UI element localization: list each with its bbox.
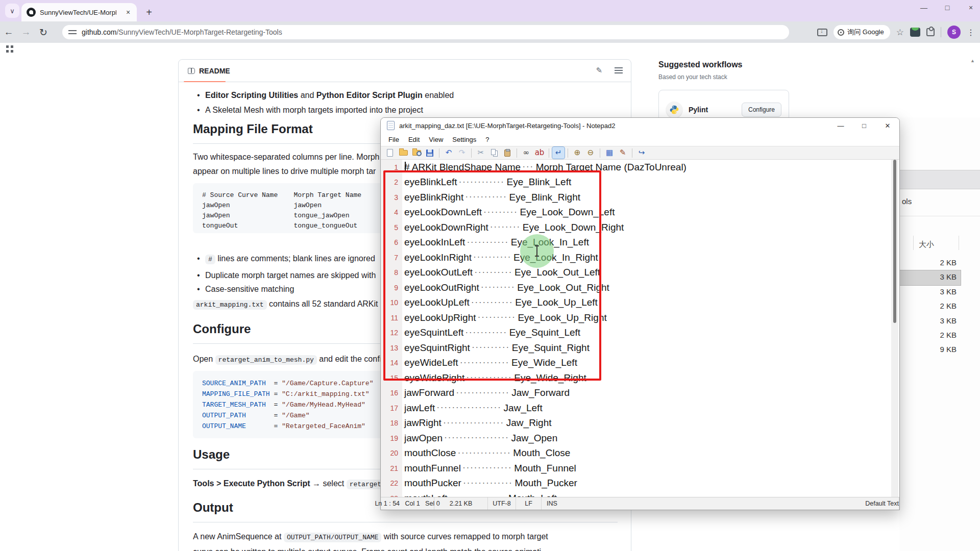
outline-icon[interactable] — [615, 67, 623, 73]
customize-schemes-icon[interactable]: ✎ — [617, 147, 629, 159]
file-row-size[interactable]: 9 KB — [899, 343, 961, 357]
blendshape-name: mouthClose — [402, 447, 456, 459]
status-cell: INS — [542, 497, 860, 510]
toolbar-icon[interactable] — [437, 147, 442, 159]
whitespace-dots: ············· — [461, 478, 512, 488]
file-row-size[interactable]: 2 KB — [899, 256, 961, 270]
blendshape-name: jawRight — [402, 417, 442, 429]
find-icon[interactable]: ∞ — [520, 147, 532, 159]
toolbar-icon[interactable] — [469, 147, 474, 159]
file-row-size[interactable]: 2 KB — [899, 299, 961, 314]
undo-icon[interactable]: ↶ — [443, 147, 455, 159]
toolbar-icon[interactable] — [547, 147, 551, 159]
open-folder-search-icon[interactable] — [410, 147, 423, 159]
cut-icon[interactable]: ✂ — [475, 147, 487, 159]
menu-item[interactable]: ? — [481, 136, 494, 143]
bookmarks-bar — [0, 43, 980, 55]
configure-workflow-button[interactable]: Configure — [742, 103, 781, 117]
toolbar-icon[interactable] — [514, 147, 519, 159]
site-info-icon[interactable] — [68, 29, 77, 35]
back-button[interactable]: ← — [0, 23, 17, 41]
page-scroll-up-icon[interactable]: ▲ — [970, 58, 975, 63]
notepad-toolbar: ↶↷✂∞ab↵⊕⊖▦✎↪ — [381, 146, 899, 160]
word-wrap-icon[interactable]: ↵ — [552, 147, 565, 159]
toolbar-icon[interactable] — [598, 147, 602, 159]
editor-line[interactable]: 20 mouthClose ·············· Mouth_Close — [381, 446, 892, 461]
close-icon[interactable]: ✕ — [876, 118, 899, 133]
menu-item[interactable]: View — [424, 136, 448, 143]
reload-button[interactable]: ↻ — [35, 23, 52, 41]
whitespace-dots: ················ — [442, 417, 504, 428]
maximize-icon[interactable]: □ — [942, 4, 952, 12]
sidebar-subtitle: Based on your tech stack — [658, 73, 791, 81]
minimize-icon[interactable]: — — [919, 4, 929, 12]
forward-button[interactable]: → — [17, 23, 35, 41]
editor-line[interactable]: 19 jawOpen ················· Jaw_Open — [381, 431, 892, 446]
extension-wallet-icon[interactable] — [910, 28, 920, 37]
paste-icon[interactable] — [501, 147, 513, 159]
close-icon[interactable]: × — [966, 4, 976, 12]
notepad-titlebar[interactable]: arkit_mapping_daz.txt [E:\UE-MorphTarget… — [381, 118, 899, 133]
size-column-header[interactable]: 大小 — [919, 240, 934, 249]
tab-close-icon[interactable]: × — [124, 8, 133, 16]
zoom-out-icon[interactable]: ⊖ — [584, 147, 597, 159]
url-text: github.com/SunnyViewTech/UE-MorphTarget-… — [82, 28, 282, 36]
replace-icon[interactable]: ab — [533, 147, 546, 159]
editor-line[interactable]: 17 jawLeft ················· Jaw_Left — [381, 400, 892, 416]
scrollbar-thumb[interactable] — [893, 160, 896, 323]
open-file-icon[interactable] — [397, 147, 409, 159]
menu-item[interactable]: File — [384, 136, 404, 143]
google-lens-icon — [838, 29, 844, 36]
tab-readme[interactable]: README — [184, 64, 234, 78]
whitespace-dots: ················· — [443, 432, 509, 443]
menu-item[interactable]: Edit — [404, 136, 424, 143]
apps-grid-icon[interactable] — [6, 45, 13, 53]
exit-icon[interactable]: ↪ — [635, 147, 648, 159]
copy-icon[interactable] — [488, 147, 500, 159]
edit-readme-icon[interactable]: ✎ — [596, 66, 602, 75]
menu-item[interactable]: Settings — [448, 136, 481, 143]
file-row-size[interactable]: 3 KB — [899, 270, 961, 285]
toolbar-icon[interactable] — [630, 147, 634, 159]
install-app-icon[interactable] — [817, 29, 827, 36]
new-file-icon[interactable] — [384, 147, 396, 159]
tab-search-button[interactable]: ∨ — [5, 4, 19, 18]
red-annotation-box — [383, 170, 601, 381]
editor-line[interactable]: 16 jawForward ·············· Jaw_Forward — [381, 386, 892, 401]
screen: ∨ SunnyViewTech/UE-MorphTa × + — □ × ← →… — [0, 0, 980, 551]
file-row-size[interactable]: 3 KB — [899, 314, 961, 329]
active-tab-underline — [184, 81, 226, 82]
editor-line[interactable]: 21 mouthFunnel ············· Mouth_Funne… — [381, 461, 892, 476]
extensions-puzzle-icon[interactable] — [926, 28, 935, 36]
redo-icon[interactable]: ↷ — [456, 147, 468, 159]
editor-line[interactable]: 18 jawRight ················ Jaw_Right — [381, 416, 892, 431]
browser-tabstrip: ∨ SunnyViewTech/UE-MorphTa × + — □ × — [0, 0, 980, 21]
zoom-in-icon[interactable]: ⊕ — [571, 147, 583, 159]
morph-target-name: Mouth_Close — [511, 447, 570, 459]
explorer-title-fragment: ols — [902, 197, 912, 206]
paragraph: Open retarget_anim_to_mesh.py and edit t… — [193, 355, 381, 364]
editor-line[interactable]: 22 mouthPucker ············· Mouth_Pucke… — [381, 476, 892, 491]
browser-menu-icon[interactable]: ⋮ — [967, 28, 975, 37]
address-bar[interactable]: github.com/SunnyViewTech/UE-MorphTarget-… — [62, 25, 789, 39]
toolbar-icon[interactable] — [566, 147, 570, 159]
save-icon[interactable] — [424, 147, 436, 159]
bookmark-star-icon[interactable]: ☆ — [896, 27, 904, 38]
toolbar-right-icons: 询问 Google ☆ S ⋮ — [817, 21, 975, 43]
browser-tab[interactable]: SunnyViewTech/UE-MorphTa × — [21, 3, 137, 21]
file-row-size[interactable]: 3 KB — [899, 285, 961, 299]
editor-scrollbar[interactable] — [891, 160, 898, 498]
notepad-statusbar: Ln 1 : 54 Col 1 Sel 02.21 KBUTF-8LFINSDe… — [381, 497, 899, 510]
morph-target-name: Jaw_Left — [502, 403, 543, 414]
profile-avatar[interactable]: S — [947, 26, 961, 39]
view-settings-icon[interactable]: ▦ — [603, 147, 616, 159]
new-tab-button[interactable]: + — [142, 5, 156, 19]
paragraph: appear on multiple lines to drive multip… — [193, 167, 376, 176]
maximize-icon[interactable]: □ — [852, 118, 876, 133]
minimize-icon[interactable]: — — [829, 118, 852, 133]
whitespace-dots: ·············· — [454, 387, 509, 398]
status-cell: LF — [516, 497, 542, 510]
file-row-size[interactable]: 2 KB — [899, 329, 961, 343]
explorer-window: ols 大小 2 KB3 KB3 KB2 KB3 KB2 KB9 KB — [899, 117, 980, 551]
ask-google-button[interactable]: 询问 Google — [834, 25, 890, 39]
